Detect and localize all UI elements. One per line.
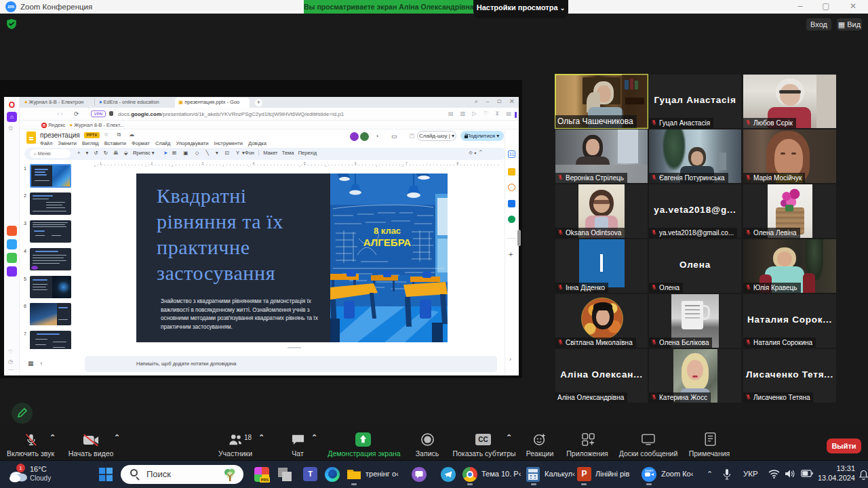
svg-text:8 клас: 8 клас — [374, 226, 401, 236]
svg-text:АЛГЕБРА: АЛГЕБРА — [363, 237, 412, 248]
